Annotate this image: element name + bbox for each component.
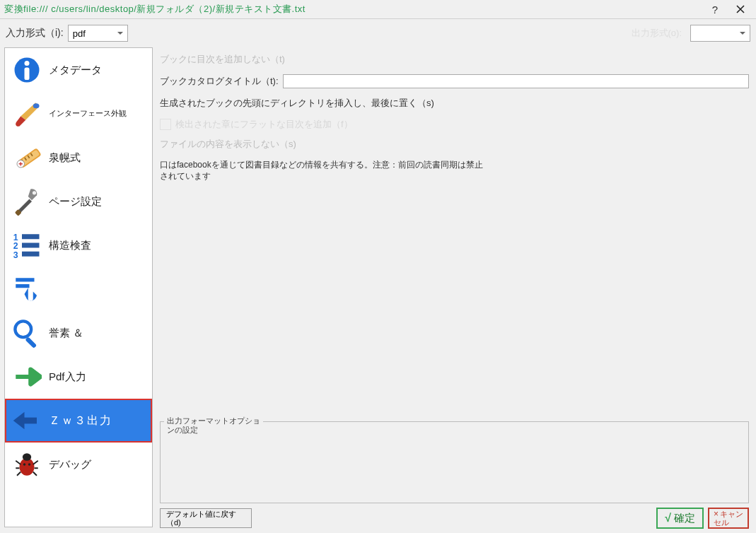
window-title: 変換file:/// c/users/lin/desktop/新規フォルダ（2)… (3, 3, 702, 16)
sidebar-item-label: Ｚｗ３出力 (49, 414, 112, 428)
sidebar-item-metadata[interactable]: メタデータ (5, 48, 152, 92)
svg-point-1 (25, 61, 30, 66)
arrow-right-icon (11, 361, 43, 393)
sidebar-item-zw3-output[interactable]: Ｚｗ３出力 (5, 399, 152, 443)
input-format-label: 入力形式（i): (6, 27, 64, 40)
sidebar-item-structure[interactable]: 123 構造検査 (5, 223, 152, 267)
option-flat-toc: 検出された章にフラットな目次を追加（f） (160, 118, 749, 131)
svg-rect-22 (25, 336, 37, 348)
ok-button[interactable]: √ 確定 (656, 508, 704, 529)
sidebar-item-page-setup[interactable]: ページ設定 (5, 180, 152, 223)
svg-point-3 (33, 103, 40, 108)
sidebar-item-yoso[interactable]: 誉素 ＆ (5, 311, 152, 355)
brush-icon (11, 98, 43, 130)
titlebar: 変換file:/// c/users/lin/desktop/新規フォルダ（2)… (0, 0, 756, 18)
restore-defaults-button[interactable]: デフォルト値に戻す （d) (160, 508, 252, 528)
option-hide-content: ファイルの内容を表示しない（s) (160, 138, 749, 151)
sidebar-item-label: デバッグ (49, 458, 91, 472)
touch-icon (11, 273, 43, 305)
cancel-button[interactable]: ×キャン セル (708, 508, 749, 529)
output-format-select[interactable] (690, 25, 750, 42)
svg-rect-16 (22, 234, 40, 239)
svg-point-26 (23, 463, 26, 466)
options-content: ブックに目次を追加しない（t) ブックカタログタイトル（t): 生成されたブック… (160, 53, 749, 416)
svg-point-27 (28, 463, 31, 466)
svg-rect-18 (22, 252, 40, 257)
close-button[interactable] (728, 0, 753, 18)
help-button[interactable]: ? (702, 0, 728, 18)
svg-rect-19 (16, 278, 34, 281)
bottom-buttons: デフォルト値に戻す （d) √ 確定 ×キャン セル (160, 503, 749, 529)
svg-rect-17 (22, 243, 40, 248)
sidebar-item-interface[interactable]: インターフェース外観 (5, 92, 152, 136)
sidebar-item-label: 誉素 ＆ (49, 327, 83, 340)
option-no-toc: ブックに目次を追加しない（t) (160, 53, 749, 66)
svg-text:3: 3 (13, 250, 18, 260)
sidebar-item-debug[interactable]: デバッグ (5, 443, 152, 486)
sidebar-item-label: インターフェース外観 (49, 109, 127, 118)
main-panel: ブックに目次を追加しない（t) ブックカタログタイトル（t): 生成されたブック… (153, 47, 756, 533)
sidebar: メタデータ インターフェース外観 泉幌式 ページ設定 123 構造検査 (4, 47, 153, 527)
bug-icon (11, 448, 43, 481)
output-format-label: 出力形式(o): (632, 27, 682, 40)
svg-point-25 (23, 453, 31, 461)
arrow-left-icon (11, 404, 43, 437)
check-icon: √ (665, 512, 671, 525)
svg-rect-20 (16, 284, 29, 288)
facebook-note: 口はfacebookを通じて図書目録などの情報を共有する。注意：前回の読書同期は… (160, 159, 485, 182)
svg-rect-2 (25, 68, 30, 81)
ruler-icon (11, 141, 43, 174)
sidebar-item-label: 泉幌式 (49, 151, 81, 165)
sidebar-item-label: ページ設定 (49, 195, 102, 209)
sidebar-item-label: メタデータ (49, 64, 102, 77)
sidebar-item-blank[interactable] (5, 267, 152, 311)
catalog-title-input[interactable] (283, 74, 749, 88)
list-numbers-icon: 123 (11, 229, 43, 262)
info-icon (11, 54, 43, 86)
output-format-label: 出力フォーマットオプションの設定 (164, 416, 263, 435)
sidebar-item-izumihoro[interactable]: 泉幌式 (5, 136, 152, 180)
option-dir-insert: 生成されたブックの先頭にディレクトリを挿入し、最後に置く（s) (160, 97, 749, 110)
top-controls: 入力形式（i): pdf 出力形式(o): (0, 19, 756, 47)
svg-point-12 (33, 191, 36, 194)
x-icon: × (714, 509, 719, 519)
sidebar-item-label: Pdf入力 (49, 370, 86, 384)
tools-icon (11, 185, 43, 218)
sidebar-item-label: 構造検査 (49, 239, 91, 252)
search-icon (11, 317, 43, 349)
output-format-group: 出力フォーマットオプションの設定 (160, 421, 749, 503)
svg-point-24 (20, 458, 35, 476)
checkbox-icon (160, 119, 171, 130)
catalog-title-label: ブックカタログタイトル（t): (160, 75, 279, 88)
svg-rect-23 (23, 418, 37, 424)
svg-point-21 (15, 321, 31, 337)
sidebar-item-label (49, 283, 52, 295)
sidebar-item-pdf-input[interactable]: Pdf入力 (5, 355, 152, 399)
input-format-select[interactable]: pdf (68, 25, 128, 42)
catalog-title-field: ブックカタログタイトル（t): (160, 74, 749, 88)
